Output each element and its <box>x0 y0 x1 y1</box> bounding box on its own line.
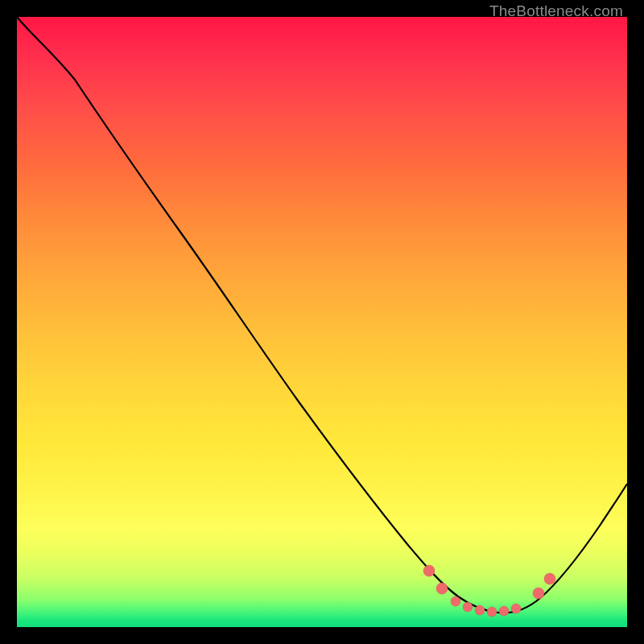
marker-dot <box>423 565 435 576</box>
watermark-text: TheBottleneck.com <box>489 2 623 20</box>
marker-dot <box>499 606 509 616</box>
marker-dot <box>436 583 448 594</box>
marker-dot <box>463 602 473 612</box>
marker-dot <box>451 597 460 606</box>
plot-area <box>17 17 627 627</box>
bottleneck-curve <box>17 17 627 613</box>
marker-dot <box>533 588 544 599</box>
highlight-dots <box>423 565 555 617</box>
chart-svg <box>17 17 627 627</box>
marker-dot <box>475 605 485 615</box>
marker-dot <box>487 607 497 617</box>
marker-dot <box>544 573 555 584</box>
marker-dot <box>511 604 521 613</box>
chart-frame: TheBottleneck.com <box>0 0 644 644</box>
